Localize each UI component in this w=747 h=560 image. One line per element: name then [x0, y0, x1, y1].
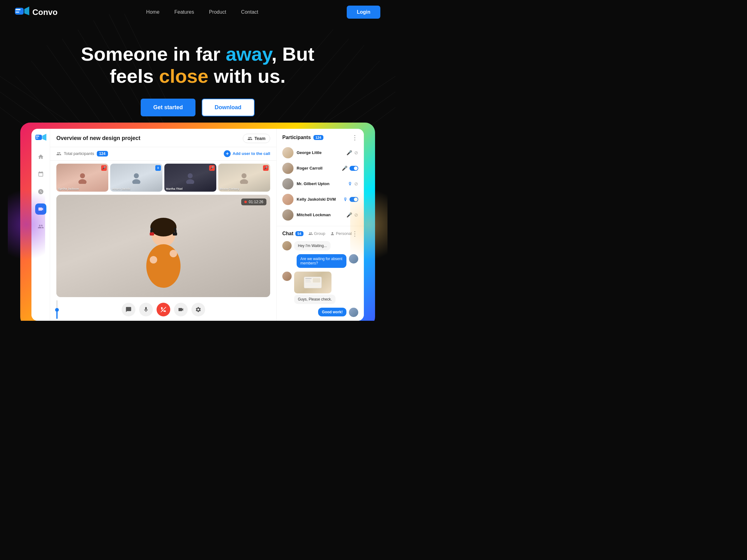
- nav-links: Home Features Product Contact: [146, 9, 258, 15]
- chat-header: Chat 54 Group Personal: [282, 230, 358, 237]
- video-name-2: Martha Thiel: [166, 187, 183, 190]
- mic-icon-3: 🎙: [343, 196, 348, 202]
- svg-point-30: [188, 173, 193, 178]
- participants-info: Total participants 124: [56, 151, 108, 157]
- svg-point-37: [150, 256, 157, 264]
- chat-messages: Hey I'm Waiting... Are we waiting for ab…: [282, 241, 358, 317]
- participant-row-2: Mr. Gilbert Upton 🎙 ⊘: [282, 176, 358, 192]
- nav-contact[interactable]: Contact: [241, 9, 258, 15]
- hero-close: close: [159, 65, 209, 87]
- mic-icon-4: 🎤: [346, 212, 352, 218]
- message-row-1: Are we waiting for absent members?: [282, 254, 358, 268]
- add-user-label: Add user to the call: [232, 151, 270, 156]
- mic-icon-1: 🎤: [342, 165, 348, 171]
- group-tab-label: Group: [314, 231, 325, 236]
- msg-bubble-2: Guys, Please check.: [294, 295, 336, 304]
- message-row-2: Guys, Please check.: [282, 272, 358, 304]
- cam-icon-4: ⊘: [354, 212, 358, 218]
- video-thumb-0[interactable]: Spriha Jackson 🎤: [56, 164, 108, 192]
- message-row-3: Good work!: [282, 308, 358, 317]
- logo: Convo: [15, 6, 58, 18]
- nav-product[interactable]: Product: [209, 9, 226, 15]
- meeting-title: Overview of new design project: [56, 135, 140, 141]
- avatar-kelly: [282, 194, 293, 205]
- svg-rect-47: [305, 284, 320, 284]
- cam-icon-0: ⊘: [354, 150, 358, 156]
- download-button[interactable]: Download: [202, 99, 255, 116]
- svg-rect-20: [16, 11, 19, 13]
- navbar: Convo Home Features Product Contact Logi…: [0, 0, 395, 24]
- hero-line1-prefix: Someone in far: [81, 43, 226, 65]
- participants-icon: [56, 151, 61, 156]
- settings-control-button[interactable]: [191, 303, 205, 316]
- chat-control-button[interactable]: [122, 303, 135, 316]
- nav-features[interactable]: Features: [174, 9, 194, 15]
- chat-more-button[interactable]: ⋮: [352, 230, 358, 237]
- mic-control-button[interactable]: [139, 303, 153, 316]
- participants-more-button[interactable]: ⋮: [352, 134, 358, 141]
- camera-control-button[interactable]: [174, 303, 188, 316]
- participants-label: Participants: [282, 135, 311, 140]
- team-icon: [248, 136, 252, 141]
- get-started-button[interactable]: Get started: [141, 99, 195, 116]
- video-thumb-2[interactable]: Martha Thiel 🎤: [164, 164, 216, 192]
- volume-slider: [56, 300, 58, 319]
- participants-section: Participants 124 ⋮ George Little 🎤 ⊘: [277, 129, 364, 226]
- sidebar-item-users[interactable]: [35, 221, 46, 232]
- sidebar: [31, 129, 50, 321]
- tab-personal[interactable]: Personal: [330, 231, 352, 236]
- svg-rect-45: [305, 282, 311, 282]
- svg-point-33: [240, 179, 248, 184]
- svg-rect-18: [15, 8, 24, 15]
- app-mockup: Overview of new design project Team: [26, 129, 369, 321]
- logo-icon: [15, 6, 29, 18]
- toggle-3[interactable]: [350, 197, 358, 202]
- nav-home[interactable]: Home: [146, 9, 160, 15]
- team-badge[interactable]: Team: [243, 134, 270, 143]
- hero-buttons: Get started Download: [6, 99, 389, 116]
- svg-point-32: [241, 173, 247, 178]
- msg-avatar-3: [349, 308, 358, 317]
- svg-point-27: [78, 179, 86, 184]
- sidebar-logo-icon: [35, 134, 46, 142]
- sidebar-item-calendar[interactable]: [35, 169, 46, 180]
- svg-point-31: [186, 179, 194, 184]
- participant-controls-2: 🎙 ⊘: [348, 181, 358, 187]
- hero-line2-prefix: feels: [109, 65, 159, 87]
- main-content: Overview of new design project Team: [50, 129, 277, 321]
- timer-dot: [244, 201, 247, 203]
- svg-point-26: [80, 173, 85, 178]
- svg-rect-40: [173, 232, 177, 236]
- svg-point-35: [150, 218, 177, 236]
- timer-badge: 01:12:26: [241, 198, 266, 205]
- end-call-button[interactable]: [157, 303, 170, 316]
- msg-image-2: [294, 272, 332, 293]
- document-sketch-icon: [304, 276, 322, 289]
- participant-row-0: George Little 🎤 ⊘: [282, 145, 358, 161]
- chat-title: Chat 54: [282, 231, 304, 236]
- svg-point-29: [132, 179, 140, 184]
- video-thumb-3[interactable]: Bruce Corkery 🎤: [218, 164, 270, 192]
- tab-group[interactable]: Group: [308, 231, 325, 236]
- thumb-badge-3: 🎤: [263, 165, 268, 171]
- avatar-gilbert: [282, 178, 293, 189]
- svg-marker-21: [24, 6, 29, 15]
- video-grid: Spriha Jackson 🎤 Arturo Jacobi ⏸: [50, 161, 276, 195]
- chat-badge: 54: [295, 231, 304, 236]
- add-plus-icon: +: [224, 150, 231, 157]
- meeting-header: Overview of new design project Team: [50, 129, 276, 147]
- svg-rect-48: [305, 285, 318, 286]
- login-button[interactable]: Login: [347, 6, 380, 19]
- sidebar-item-clock[interactable]: [35, 186, 46, 197]
- participant-name-0: George Little: [297, 150, 343, 155]
- sidebar-item-video[interactable]: [35, 204, 46, 215]
- group-icon: [308, 232, 313, 236]
- participants-bar: Total participants 124 + Add user to the…: [50, 147, 276, 161]
- sidebar-item-home[interactable]: [35, 151, 46, 162]
- add-user-button[interactable]: + Add user to the call: [224, 150, 270, 157]
- video-thumb-1[interactable]: Arturo Jacobi ⏸: [110, 164, 162, 192]
- video-name-0: Spriha Jackson: [58, 187, 79, 190]
- svg-rect-24: [35, 137, 38, 138]
- slider-thumb: [55, 308, 59, 312]
- toggle-1[interactable]: [350, 166, 358, 171]
